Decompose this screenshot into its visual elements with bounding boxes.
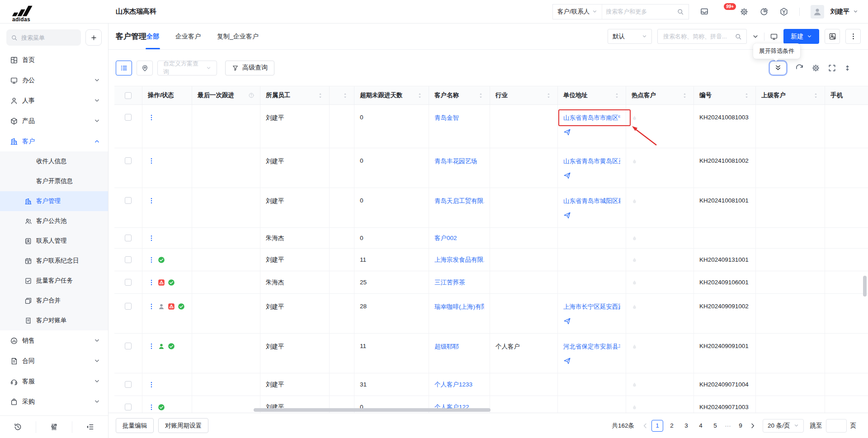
sidebar-search-input[interactable]: [20, 34, 76, 42]
page-jump-input[interactable]: [826, 419, 847, 433]
sidebar-item-recipient-info[interactable]: 收件人信息: [0, 151, 108, 171]
workbench-icon[interactable]: [700, 7, 709, 16]
new-button[interactable]: 新建: [783, 29, 819, 44]
col-header-ops[interactable]: 操作/状态: [142, 86, 192, 104]
navigate-icon[interactable]: [563, 172, 571, 179]
navigate-icon[interactable]: [563, 357, 571, 365]
preferences-button[interactable]: [36, 421, 72, 433]
page-2[interactable]: 2: [666, 420, 678, 432]
fullscreen-icon[interactable]: [828, 64, 836, 72]
col-header-hot-customer[interactable]: 热点客户: [626, 86, 694, 104]
row-checkbox[interactable]: [125, 197, 132, 204]
sidebar-item-invoice-info[interactable]: 客户开票信息: [0, 171, 108, 191]
app-market-icon[interactable]: [779, 7, 788, 16]
row-actions-icon[interactable]: [148, 303, 155, 310]
customer-name-link[interactable]: 三江苦荞茶: [434, 278, 465, 287]
batch-edit-button[interactable]: 批量编辑: [116, 418, 154, 433]
search-icon[interactable]: [677, 8, 684, 15]
vertical-scrollbar[interactable]: [863, 276, 867, 297]
global-search-input[interactable]: [602, 8, 677, 15]
col-header-parent-customer[interactable]: 上级客户: [756, 86, 825, 104]
row-actions-icon[interactable]: [148, 279, 155, 286]
row-checkbox[interactable]: [125, 404, 132, 410]
customer-name-link[interactable]: 青岛金智: [434, 114, 459, 122]
view-select[interactable]: 默认: [608, 29, 652, 44]
search-category-select[interactable]: 客户/联系人: [553, 5, 602, 19]
sidebar-item-batch-customer-task[interactable]: 批量客户任务: [0, 271, 108, 291]
table-settings-icon[interactable]: [811, 64, 820, 72]
row-height-icon[interactable]: [844, 64, 851, 72]
navigate-icon[interactable]: [563, 317, 571, 325]
address-link[interactable]: 河北省保定市安新县丰: [563, 343, 620, 351]
sidebar-item-customer-merge[interactable]: 客户合并: [0, 291, 108, 311]
row-checkbox[interactable]: [125, 279, 132, 286]
row-checkbox[interactable]: [125, 381, 132, 388]
list-search-input[interactable]: [662, 33, 732, 40]
address-link[interactable]: 山东省青岛市市南区宁: [563, 114, 620, 122]
more-actions-button[interactable]: [845, 29, 861, 44]
sidebar-item-customer-management[interactable]: 客户管理: [0, 191, 108, 211]
advanced-query-button[interactable]: 高级查询: [225, 61, 274, 75]
page-1[interactable]: 1: [651, 420, 663, 432]
row-checkbox[interactable]: [125, 343, 132, 349]
customer-name-link[interactable]: 瑞幸咖啡(上海)有限...: [434, 303, 484, 311]
settings-icon[interactable]: [740, 7, 749, 16]
row-checkbox[interactable]: [125, 303, 132, 310]
col-header-owner[interactable]: 所属员工: [260, 86, 330, 104]
expand-search-icon[interactable]: [752, 33, 759, 40]
sidebar-item-product[interactable]: 产品: [0, 111, 108, 131]
search-icon[interactable]: [735, 33, 742, 40]
avatar[interactable]: [811, 5, 824, 19]
customer-name-link[interactable]: 个人客户1233: [434, 381, 472, 389]
col-header-customer-name[interactable]: 客户名称: [429, 86, 490, 104]
prev-page-icon[interactable]: [642, 422, 649, 429]
display-mode-icon[interactable]: [770, 33, 778, 41]
row-actions-icon[interactable]: [148, 157, 155, 165]
sidebar-item-hr[interactable]: 人事: [0, 90, 108, 111]
col-header-mobile[interactable]: 手机: [825, 86, 868, 104]
col-header-last-follow[interactable]: 最后一次跟进: [192, 86, 260, 104]
user-menu[interactable]: 刘建平: [830, 8, 858, 16]
sidebar-item-contact-management[interactable]: 联系人管理: [0, 231, 108, 251]
expand-filter-button[interactable]: [769, 60, 788, 76]
row-actions-icon[interactable]: [148, 114, 155, 121]
row-actions-icon[interactable]: [148, 256, 155, 264]
horizontal-scrollbar[interactable]: [254, 408, 491, 412]
row-actions-icon[interactable]: [148, 404, 155, 411]
customer-name-link[interactable]: 青岛天启工贸有限...: [434, 197, 484, 205]
page-5[interactable]: 5: [709, 420, 721, 432]
person-search-button[interactable]: [825, 29, 840, 44]
navigate-icon[interactable]: [563, 128, 571, 136]
refresh-icon[interactable]: [795, 64, 804, 72]
page-4[interactable]: 4: [695, 420, 707, 432]
row-checkbox[interactable]: [125, 157, 132, 164]
reconciliation-period-button[interactable]: 对账周期设置: [158, 418, 208, 433]
sidebar-item-customer-pool[interactable]: 客户公共池: [0, 211, 108, 231]
sidebar-item-customer-statement[interactable]: 客户对账单: [0, 311, 108, 330]
collapse-sidebar-button[interactable]: [72, 421, 108, 433]
row-checkbox[interactable]: [125, 114, 132, 121]
col-header-blank[interactable]: [330, 86, 354, 104]
row-checkbox[interactable]: [125, 235, 132, 241]
row-actions-icon[interactable]: [148, 343, 155, 350]
next-page-icon[interactable]: [749, 422, 756, 429]
tab-all[interactable]: 全部: [146, 24, 159, 49]
navigate-icon[interactable]: [563, 212, 571, 219]
scheme-query-select[interactable]: 自定义方案查询: [157, 61, 217, 75]
col-header-industry[interactable]: 行业: [490, 86, 558, 104]
sidebar-item-service[interactable]: 客服: [0, 371, 108, 391]
sidebar-item-sales[interactable]: 销售: [0, 330, 108, 351]
map-view-button[interactable]: [137, 61, 153, 75]
tab-enterprise[interactable]: 企业客户: [175, 24, 201, 49]
adidas-logo[interactable]: adidas: [0, 1, 108, 22]
analytics-icon[interactable]: [760, 7, 769, 16]
sidebar-item-customer[interactable]: 客户: [0, 131, 108, 151]
customer-name-link[interactable]: 超级耶耶: [434, 343, 459, 351]
tab-copy-enterprise[interactable]: 复制_企业客户: [217, 24, 259, 49]
list-view-button[interactable]: [116, 61, 132, 75]
sidebar-item-purchase[interactable]: 采购: [0, 391, 108, 412]
col-header-code[interactable]: 编号: [694, 86, 756, 104]
address-link[interactable]: 上海市长宁区延安西路: [563, 303, 620, 311]
notifications-icon[interactable]: 99+: [720, 7, 729, 16]
sidebar-item-home[interactable]: 首页: [0, 50, 108, 70]
